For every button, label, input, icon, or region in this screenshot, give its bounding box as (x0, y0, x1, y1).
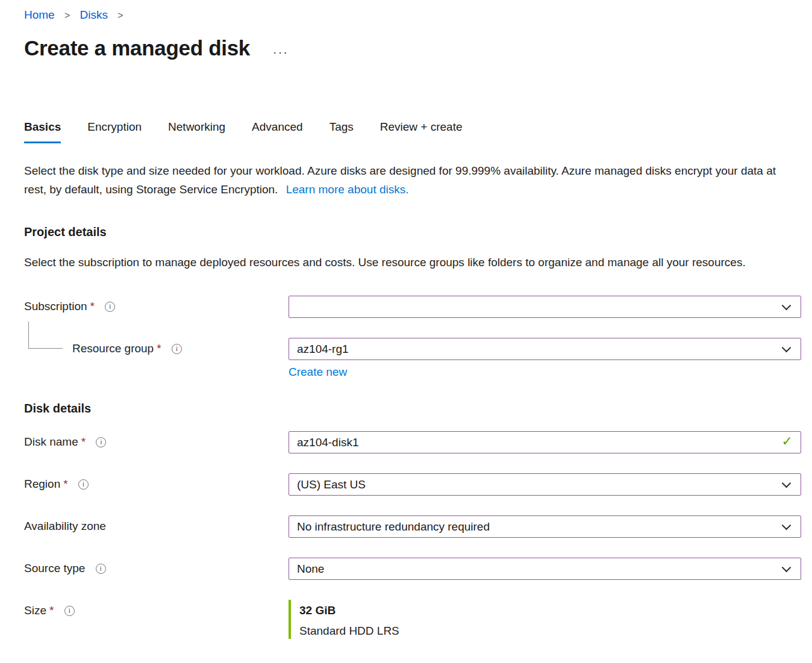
required-marker: * (157, 342, 161, 355)
disk-name-input-wrap: ✓ (289, 431, 801, 453)
breadcrumb-disks-link[interactable]: Disks (80, 8, 108, 21)
tab-tags[interactable]: Tags (329, 120, 354, 143)
project-details-heading: Project details (24, 225, 801, 239)
resource-group-value: az104-rg1 (297, 343, 349, 356)
info-icon[interactable]: i (64, 606, 75, 616)
required-marker: * (81, 435, 86, 448)
tab-networking[interactable]: Networking (168, 120, 225, 143)
page-title: Create a managed disk (24, 36, 250, 60)
info-icon[interactable]: i (78, 479, 89, 490)
disk-name-label: Disk name (24, 435, 78, 448)
region-field-row: Region* i (US) East US (24, 473, 801, 496)
subscription-label-group: Subscription* i (24, 296, 289, 318)
availability-zone-control: No infrastructure redundancy required (289, 515, 801, 538)
region-label: Region (24, 478, 60, 490)
chevron-down-icon (782, 479, 792, 488)
resource-group-label-group: Resource group* i (24, 338, 289, 379)
chevron-down-icon (782, 343, 792, 353)
intro-text: Select the disk type and size needed for… (24, 161, 799, 199)
breadcrumb: Home > Disks > (24, 8, 801, 22)
region-value: (US) East US (297, 478, 366, 491)
tab-encryption[interactable]: Encryption (87, 120, 142, 143)
chevron-down-icon (782, 563, 792, 573)
required-marker: * (63, 478, 67, 490)
info-icon[interactable]: i (96, 437, 106, 447)
basics-form: Subscription* i Resource group* i az104-… (24, 296, 801, 639)
create-new-resource-group-link[interactable]: Create new (289, 366, 347, 379)
source-type-dropdown[interactable]: None (289, 558, 801, 580)
availability-zone-label-group: Availability zone (24, 515, 289, 538)
availability-zone-field-row: Availability zone No infrastructure redu… (24, 515, 801, 538)
region-dropdown[interactable]: (US) East US (289, 473, 801, 496)
resource-group-control: az104-rg1 Create new (289, 338, 801, 379)
region-control: (US) East US (289, 473, 801, 496)
size-field-row: Size* i 32 GiB Standard HDD LRS (24, 600, 801, 639)
required-marker: * (90, 300, 95, 313)
tab-strip: Basics Encryption Networking Advanced Ta… (24, 120, 801, 143)
project-details-description: Select the subscription to manage deploy… (24, 253, 799, 272)
breadcrumb-separator-icon: > (64, 10, 70, 20)
tab-review-create[interactable]: Review + create (380, 120, 463, 143)
tab-basics[interactable]: Basics (24, 120, 61, 143)
subscription-label: Subscription (24, 300, 87, 313)
tab-advanced[interactable]: Advanced (252, 120, 303, 143)
breadcrumb-home-link[interactable]: Home (24, 8, 55, 21)
availability-zone-label: Availability zone (24, 520, 106, 532)
breadcrumb-separator-icon: > (117, 10, 123, 20)
create-managed-disk-page: Home > Disks > Create a managed disk ···… (0, 0, 812, 663)
learn-more-link[interactable]: Learn more about disks. (286, 183, 409, 196)
size-label-group: Size* i (24, 600, 289, 639)
subscription-control (289, 296, 801, 318)
source-type-field-row: Source type i None (24, 558, 801, 580)
source-type-value: None (297, 562, 324, 576)
more-menu-icon[interactable]: ··· (269, 39, 292, 58)
source-type-label: Source type (24, 562, 85, 574)
disk-name-control: ✓ (289, 431, 801, 453)
valid-check-icon: ✓ (782, 434, 793, 449)
resource-group-field-row: Resource group* i az104-rg1 Create new (24, 338, 801, 379)
resource-group-label: Resource group (72, 342, 154, 355)
chevron-down-icon (782, 521, 792, 531)
resource-group-dropdown[interactable]: az104-rg1 (289, 338, 801, 360)
size-control: 32 GiB Standard HDD LRS (289, 600, 801, 639)
required-marker: * (49, 604, 54, 617)
size-label: Size (24, 604, 46, 617)
disk-name-field-row: Disk name* i ✓ (24, 431, 801, 453)
disk-name-label-group: Disk name* i (24, 431, 289, 453)
hierarchy-connector-line (28, 322, 63, 349)
region-label-group: Region* i (24, 473, 289, 496)
disk-details-heading: Disk details (24, 402, 801, 416)
info-icon[interactable]: i (172, 344, 182, 354)
title-row: Create a managed disk ··· (24, 36, 801, 60)
source-type-label-group: Source type i (24, 558, 289, 580)
size-value: 32 GiB (299, 604, 801, 617)
size-sku: Standard HDD LRS (299, 624, 801, 638)
info-icon[interactable]: i (96, 564, 106, 574)
subscription-field-row: Subscription* i (24, 296, 801, 318)
subscription-dropdown[interactable] (289, 296, 801, 318)
size-summary-block: 32 GiB Standard HDD LRS (289, 600, 801, 639)
info-icon[interactable]: i (105, 302, 115, 312)
source-type-control: None (289, 558, 801, 580)
disk-name-input[interactable] (289, 432, 801, 453)
chevron-down-icon (782, 301, 792, 311)
availability-zone-value: No infrastructure redundancy required (297, 520, 490, 534)
availability-zone-dropdown[interactable]: No infrastructure redundancy required (289, 515, 801, 538)
